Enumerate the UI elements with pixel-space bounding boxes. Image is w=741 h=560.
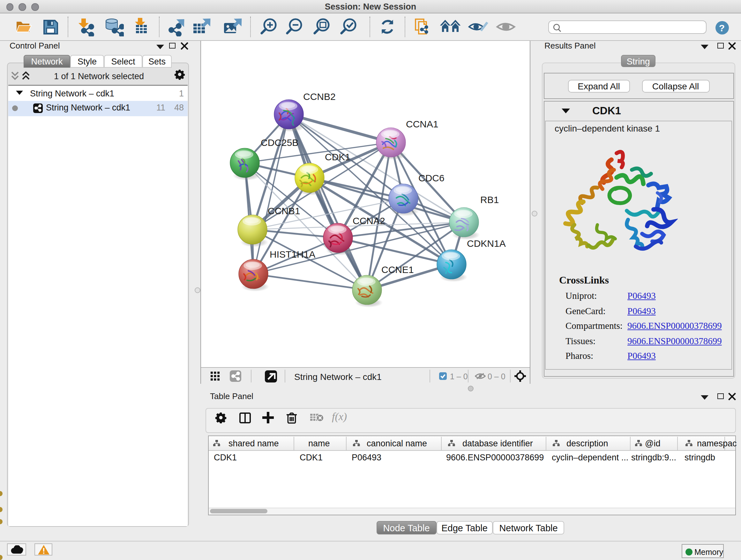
svg-text:CCNA1: CCNA1 [406,119,439,129]
svg-text:CCNB2: CCNB2 [303,91,336,102]
svg-text:HIST1H1A: HIST1H1A [270,249,315,260]
svg-text:CDC6: CDC6 [418,173,445,183]
svg-text:CCNA2: CCNA2 [353,215,385,226]
svg-text:CCNE1: CCNE1 [381,264,414,275]
svg-text:CDC25B: CDC25B [261,137,298,148]
svg-text:CCNB1: CCNB1 [268,206,300,216]
svg-text:RB1: RB1 [480,194,499,205]
svg-text:CDKN1A: CDKN1A [467,238,506,249]
svg-text:CDK1: CDK1 [325,152,350,162]
